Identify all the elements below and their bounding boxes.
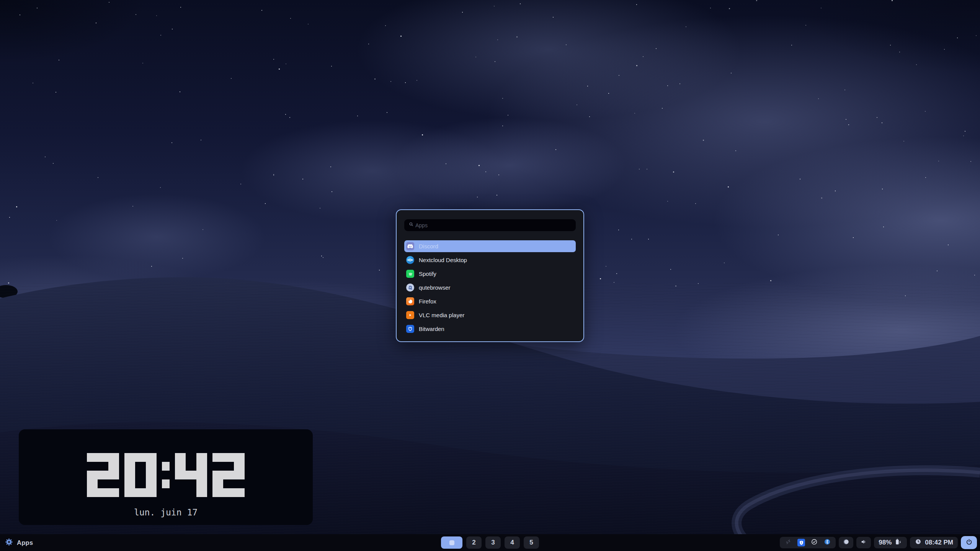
system-tray-cluster: 98% 08:42 PM [780,536,977,549]
clock-cell [162,453,170,462]
clock-cell [135,462,146,471]
search-icon [408,221,415,229]
app-launcher: Apps DiscordNextcloud DesktopSpotifyqute… [396,209,584,342]
workspace-button-4[interactable]: 4 [505,536,520,549]
clock-cell [108,453,119,462]
taskbar: Apps 2345 [0,534,980,551]
launcher-item-qutebrowser[interactable]: qutebrowser [404,282,576,293]
launcher-item-label: Spotify [419,271,436,277]
clock-cell [108,471,119,479]
launcher-search-input[interactable]: Apps [404,219,576,231]
clock-cell [234,462,245,471]
clock-cell [124,453,135,462]
launcher-item-spotify[interactable]: Spotify [404,268,576,280]
workspace-button-3[interactable]: 3 [485,536,501,549]
clock-cell [135,488,146,497]
clock-cell [124,488,135,497]
battery-percent: 98% [879,539,892,546]
clock-cell [124,471,135,479]
clock-widget: lun. juin 17 [19,429,313,525]
check-circle-icon[interactable] [810,538,818,548]
clock-cell [234,453,245,462]
clock-cell [98,471,108,479]
launcher-item-discord[interactable]: Discord [404,240,576,252]
launcher-item-vlc-media-player[interactable]: VLC media player [404,309,576,321]
clock-cell [175,488,186,497]
moon-icon [842,538,850,548]
launcher-item-label: Bitwarden [419,326,444,332]
clock-cell [196,479,207,488]
battery-charging-icon [894,538,902,548]
clock-cell [98,453,108,462]
clock-cell [124,462,135,471]
clock-cell [212,462,223,471]
clock-cell [196,471,207,479]
taskbar-time: 08:42 PM [925,539,953,546]
qutebrowser-icon [406,284,414,292]
launcher-item-nextcloud-desktop[interactable]: Nextcloud Desktop [404,254,576,266]
clock-cell [135,479,146,488]
bluetooth-icon[interactable] [823,538,831,548]
gear-icon [5,538,13,548]
clock-cell [146,453,157,462]
clock-date: lun. juin 17 [19,507,313,517]
launcher-item-label: Discord [419,243,438,249]
clock-cell [98,462,108,471]
clock-cell [162,488,170,497]
night-light-pill[interactable] [839,537,853,548]
bitwarden-tray-icon[interactable] [797,539,805,546]
bitwarden-icon [406,325,414,333]
clock-cell [162,471,170,479]
clock-cell [186,488,196,497]
clock-cell [186,471,196,479]
clock-colon [162,453,170,497]
clock-cell [175,479,186,488]
clock-cell [108,479,119,488]
workspace-button-1[interactable] [441,536,462,549]
clock-cell [212,453,223,462]
clock-cell [124,479,135,488]
launcher-item-label: Firefox [419,298,436,305]
clock-cell [146,462,157,471]
clock-digit-2 [212,453,245,497]
launcher-item-bitwarden[interactable]: Bitwarden [404,323,576,335]
clock-cell [135,471,146,479]
launcher-item-firefox[interactable]: Firefox [404,295,576,307]
clock-cell [212,471,223,479]
workspace-window-indicator [449,540,454,545]
volume-pill[interactable] [856,537,871,548]
clock-cell [196,462,207,471]
workspace-button-5[interactable]: 5 [524,536,539,549]
clock-cell [162,479,170,488]
clock-cell [175,471,186,479]
clock-cell [87,479,98,488]
clock-cell [234,479,245,488]
clock-cell [186,453,196,462]
clock-pill[interactable]: 08:42 PM [910,537,958,548]
power-button[interactable] [961,536,977,549]
digital-clock-time [19,453,313,497]
battery-pill[interactable]: 98% [874,537,907,548]
sync-arrows-icon[interactable] [784,538,792,548]
clock-cell [212,479,223,488]
workspace-switcher: 2345 [441,536,539,549]
desktop: lun. juin 17 Apps DiscordNextcloud Deskt… [0,0,980,551]
clock-cell [186,462,196,471]
clock-digit-4 [175,453,207,497]
launcher-item-label: VLC media player [419,312,464,318]
clock-cell [186,479,196,488]
tray-icons-pill[interactable] [780,537,836,548]
vlc-icon [406,311,414,319]
taskbar-apps-button[interactable]: Apps [5,534,33,551]
search-placeholder: Apps [415,222,428,228]
clock-cell [212,488,223,497]
launcher-app-list: DiscordNextcloud DesktopSpotifyqutebrows… [404,240,576,335]
power-icon [965,538,973,548]
clock-cell [223,462,234,471]
clock-cell [146,479,157,488]
workspace-button-2[interactable]: 2 [466,536,482,549]
launcher-item-label: qutebrowser [419,284,451,291]
clock-cell [234,488,245,497]
clock-cell [234,471,245,479]
apps-button-label: Apps [17,539,33,546]
